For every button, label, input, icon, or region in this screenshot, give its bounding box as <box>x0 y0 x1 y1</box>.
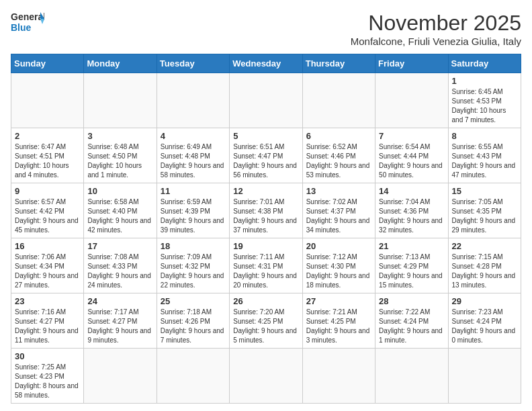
header-tuesday: Tuesday <box>157 54 229 73</box>
day-9: 9 Sunrise: 6:57 AMSunset: 4:42 PMDayligh… <box>11 183 84 238</box>
title-block: November 2025 Monfalcone, Friuli Venezia… <box>351 11 521 47</box>
day-6: 6 Sunrise: 6:52 AMSunset: 4:46 PMDayligh… <box>302 128 375 183</box>
day-22: 22 Sunrise: 7:15 AMSunset: 4:28 PMDaylig… <box>448 238 521 293</box>
day-11: 11 Sunrise: 6:59 AMSunset: 4:39 PMDaylig… <box>157 183 229 238</box>
day-16: 16 Sunrise: 7:06 AMSunset: 4:34 PMDaylig… <box>11 238 84 293</box>
day-29: 29 Sunrise: 7:23 AMSunset: 4:24 PMDaylig… <box>448 293 521 349</box>
calendar-row-4: 16 Sunrise: 7:06 AMSunset: 4:34 PMDaylig… <box>11 238 521 293</box>
empty-cell <box>84 349 157 404</box>
day-21: 21 Sunrise: 7:13 AMSunset: 4:29 PMDaylig… <box>375 238 448 293</box>
day-26: 26 Sunrise: 7:20 AMSunset: 4:25 PMDaylig… <box>230 293 302 349</box>
day-28: 28 Sunrise: 7:22 AMSunset: 4:24 PMDaylig… <box>375 293 448 349</box>
day-4: 4 Sunrise: 6:49 AMSunset: 4:48 PMDayligh… <box>157 128 229 183</box>
svg-text:General: General <box>11 11 44 22</box>
empty-cell <box>157 73 229 128</box>
day-30: 30 Sunrise: 7:25 AMSunset: 4:23 PMDaylig… <box>11 349 84 404</box>
day-18: 18 Sunrise: 7:09 AMSunset: 4:32 PMDaylig… <box>157 238 229 293</box>
day-13: 13 Sunrise: 7:02 AMSunset: 4:37 PMDaylig… <box>302 183 375 238</box>
day-25: 25 Sunrise: 7:18 AMSunset: 4:26 PMDaylig… <box>157 293 229 349</box>
empty-cell <box>448 349 521 404</box>
empty-cell <box>84 73 157 128</box>
calendar-table: Sunday Monday Tuesday Wednesday Thursday… <box>11 54 521 404</box>
logo-svg: General Blue <box>11 11 44 35</box>
day-3: 3 Sunrise: 6:48 AMSunset: 4:50 PMDayligh… <box>84 128 157 183</box>
month-title: November 2025 <box>351 11 521 36</box>
empty-cell <box>230 349 302 404</box>
day-10: 10 Sunrise: 6:58 AMSunset: 4:40 PMDaylig… <box>84 183 157 238</box>
empty-cell <box>375 73 448 128</box>
calendar-row-3: 9 Sunrise: 6:57 AMSunset: 4:42 PMDayligh… <box>11 183 521 238</box>
header-monday: Monday <box>84 54 157 73</box>
calendar-row-6: 30 Sunrise: 7:25 AMSunset: 4:23 PMDaylig… <box>11 349 521 404</box>
calendar-row-2: 2 Sunrise: 6:47 AMSunset: 4:51 PMDayligh… <box>11 128 521 183</box>
header-friday: Friday <box>375 54 448 73</box>
day-19: 19 Sunrise: 7:11 AMSunset: 4:31 PMDaylig… <box>230 238 302 293</box>
day-7: 7 Sunrise: 6:54 AMSunset: 4:44 PMDayligh… <box>375 128 448 183</box>
day-8: 8 Sunrise: 6:55 AMSunset: 4:43 PMDayligh… <box>448 128 521 183</box>
header-thursday: Thursday <box>302 54 375 73</box>
day-5: 5 Sunrise: 6:51 AMSunset: 4:47 PMDayligh… <box>230 128 302 183</box>
weekday-header-row: Sunday Monday Tuesday Wednesday Thursday… <box>11 54 521 73</box>
day-23: 23 Sunrise: 7:16 AMSunset: 4:27 PMDaylig… <box>11 293 84 349</box>
empty-cell <box>302 349 375 404</box>
svg-text:Blue: Blue <box>11 22 32 33</box>
calendar-row-5: 23 Sunrise: 7:16 AMSunset: 4:27 PMDaylig… <box>11 293 521 349</box>
empty-cell <box>157 349 229 404</box>
day-27: 27 Sunrise: 7:21 AMSunset: 4:25 PMDaylig… <box>302 293 375 349</box>
header-wednesday: Wednesday <box>230 54 302 73</box>
day-2: 2 Sunrise: 6:47 AMSunset: 4:51 PMDayligh… <box>11 128 84 183</box>
day-1: 1 Sunrise: 6:45 AM Sunset: 4:53 PM Dayli… <box>448 73 521 128</box>
header-sunday: Sunday <box>11 54 84 73</box>
day-15: 15 Sunrise: 7:05 AMSunset: 4:35 PMDaylig… <box>448 183 521 238</box>
header-saturday: Saturday <box>448 54 521 73</box>
calendar-row-1: 1 Sunrise: 6:45 AM Sunset: 4:53 PM Dayli… <box>11 73 521 128</box>
day-17: 17 Sunrise: 7:08 AMSunset: 4:33 PMDaylig… <box>84 238 157 293</box>
day-20: 20 Sunrise: 7:12 AMSunset: 4:30 PMDaylig… <box>302 238 375 293</box>
empty-cell <box>375 349 448 404</box>
empty-cell <box>302 73 375 128</box>
empty-cell <box>230 73 302 128</box>
logo: General Blue <box>11 11 44 35</box>
location: Monfalcone, Friuli Venezia Giulia, Italy <box>351 36 521 47</box>
day-14: 14 Sunrise: 7:04 AMSunset: 4:36 PMDaylig… <box>375 183 448 238</box>
day-12: 12 Sunrise: 7:01 AMSunset: 4:38 PMDaylig… <box>230 183 302 238</box>
day-24: 24 Sunrise: 7:17 AMSunset: 4:27 PMDaylig… <box>84 293 157 349</box>
page-header: General Blue November 2025 Monfalcone, F… <box>11 11 521 47</box>
empty-cell <box>11 73 84 128</box>
